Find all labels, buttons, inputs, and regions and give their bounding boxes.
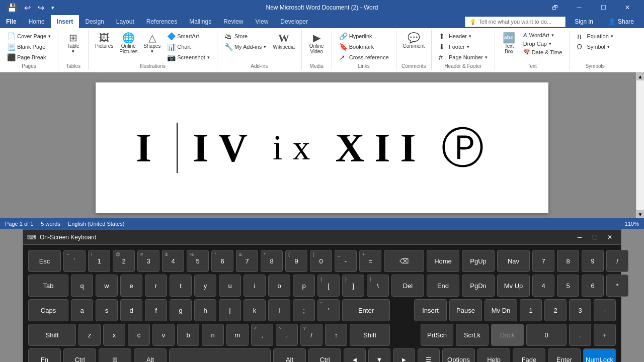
key-z[interactable]: z bbox=[78, 324, 101, 346]
key-help[interactable]: Help bbox=[477, 348, 510, 362]
key-slash[interactable]: ?/ bbox=[300, 324, 323, 346]
key-r[interactable]: r bbox=[145, 275, 167, 297]
scroll-down-btn[interactable]: ▼ bbox=[636, 210, 644, 218]
key-semicolon[interactable]: :; bbox=[293, 299, 315, 321]
key-f[interactable]: f bbox=[145, 299, 167, 321]
key-num9[interactable]: 9 bbox=[582, 250, 604, 272]
key-3[interactable]: #3 bbox=[137, 250, 159, 272]
date-time-btn[interactable]: 📅 Date & Time bbox=[520, 48, 566, 57]
key-num7[interactable]: 7 bbox=[532, 250, 554, 272]
maximize-btn[interactable]: ☐ bbox=[592, 0, 615, 15]
key-5[interactable]: %5 bbox=[187, 250, 209, 272]
key-num5[interactable]: 5 bbox=[557, 275, 579, 297]
tab-insert[interactable]: Insert bbox=[51, 15, 79, 28]
key-9[interactable]: (9 bbox=[285, 250, 307, 272]
online-pictures-btn[interactable]: 🌐 OnlinePictures bbox=[117, 31, 140, 56]
pictures-btn[interactable]: 🖼 Pictures bbox=[93, 31, 116, 50]
osk-maximize-btn[interactable]: ☐ bbox=[588, 232, 602, 243]
hyperlink-btn[interactable]: 🔗 Hyperlink bbox=[336, 31, 392, 41]
key-down[interactable]: ▼ bbox=[368, 348, 390, 362]
comment-btn[interactable]: 💬 Comment bbox=[400, 31, 427, 50]
key-v[interactable]: v bbox=[152, 324, 175, 346]
key-p[interactable]: p bbox=[293, 275, 315, 297]
key-num3[interactable]: 3 bbox=[569, 299, 591, 321]
key-0[interactable]: )0 bbox=[310, 250, 332, 272]
key-t[interactable]: t bbox=[170, 275, 192, 297]
shapes-btn[interactable]: △ Shapes ▾ bbox=[141, 31, 163, 55]
key-quote[interactable]: "' bbox=[317, 299, 340, 321]
key-dock[interactable]: Dock bbox=[491, 324, 524, 346]
key-ralt[interactable]: Alt bbox=[273, 348, 306, 362]
key-h[interactable]: h bbox=[194, 299, 216, 321]
smartart-btn[interactable]: 🔷 SmartArt bbox=[164, 31, 213, 41]
key-backslash[interactable]: |\ bbox=[367, 275, 389, 297]
key-6[interactable]: ^6 bbox=[211, 250, 233, 272]
key-2[interactable]: @2 bbox=[113, 250, 135, 272]
key-lalt[interactable]: Alt bbox=[134, 348, 167, 362]
key-pgdn[interactable]: PgDn bbox=[462, 275, 495, 297]
osk-minimize-btn[interactable]: ─ bbox=[573, 232, 587, 243]
redo-icon[interactable]: ↪ bbox=[36, 3, 46, 13]
key-8[interactable]: *8 bbox=[261, 250, 283, 272]
key-lshift[interactable]: Shift bbox=[28, 324, 76, 346]
key-num-minus[interactable]: - bbox=[594, 299, 616, 321]
key-e[interactable]: e bbox=[120, 275, 142, 297]
key-tilde[interactable]: ~` bbox=[63, 250, 86, 272]
key-num1[interactable]: 1 bbox=[520, 299, 542, 321]
key-num4[interactable]: 4 bbox=[532, 275, 554, 297]
osk-close-btn[interactable]: ✕ bbox=[603, 232, 617, 243]
key-fade[interactable]: Fade bbox=[513, 348, 545, 362]
tab-home[interactable]: Home bbox=[23, 15, 51, 28]
customize-icon[interactable]: ▾ bbox=[49, 5, 56, 11]
key-scrlk[interactable]: ScrLk bbox=[456, 324, 489, 346]
key-mvdn[interactable]: Mv Dn bbox=[485, 299, 517, 321]
key-b[interactable]: b bbox=[177, 324, 199, 346]
key-win[interactable]: ⊞ bbox=[99, 348, 131, 362]
tell-me-input[interactable]: 💡 Tell me what you want to do... bbox=[465, 17, 566, 27]
key-n[interactable]: n bbox=[202, 324, 224, 346]
key-j[interactable]: j bbox=[219, 299, 241, 321]
save-icon[interactable]: 💾 bbox=[5, 3, 19, 13]
key-m[interactable]: m bbox=[226, 324, 249, 346]
undo-icon[interactable]: ↩ bbox=[22, 3, 33, 13]
key-rshift[interactable]: Shift bbox=[350, 324, 390, 346]
key-q[interactable]: q bbox=[71, 275, 93, 297]
tab-file[interactable]: File bbox=[0, 15, 23, 28]
tab-layout[interactable]: Layout bbox=[110, 15, 140, 28]
key-tab[interactable]: Tab bbox=[28, 275, 68, 297]
key-equals[interactable]: += bbox=[359, 250, 381, 272]
key-lbracket[interactable]: {[ bbox=[317, 275, 340, 297]
tab-review[interactable]: Review bbox=[217, 15, 249, 28]
key-rctrl[interactable]: Ctrl bbox=[308, 348, 341, 362]
key-num-mul[interactable]: * bbox=[606, 275, 628, 297]
key-options[interactable]: Options bbox=[442, 348, 475, 362]
key-prtscn[interactable]: PrtScn bbox=[421, 324, 453, 346]
key-pgup[interactable]: PgUp bbox=[462, 250, 495, 272]
key-7[interactable]: &7 bbox=[236, 250, 258, 272]
key-fn[interactable]: Fn bbox=[28, 348, 61, 362]
footer-btn[interactable]: ⬇ Footer▾ bbox=[436, 42, 491, 52]
tab-developer[interactable]: Developer bbox=[274, 15, 314, 28]
chart-btn[interactable]: 📊 Chart bbox=[164, 42, 213, 52]
key-u[interactable]: u bbox=[219, 275, 241, 297]
key-pause[interactable]: Pause bbox=[449, 299, 482, 321]
cover-page-btn[interactable]: 📄 Cover Page▾ bbox=[4, 31, 54, 41]
store-btn[interactable]: 🛍 Store bbox=[221, 31, 269, 41]
key-4[interactable]: $4 bbox=[162, 250, 184, 272]
key-esc[interactable]: Esc bbox=[28, 250, 61, 272]
key-num0[interactable]: 0 bbox=[526, 324, 567, 346]
bookmark-btn[interactable]: 🔖 Bookmark bbox=[336, 42, 392, 52]
dropcap-btn[interactable]: Drop Cap▾ bbox=[520, 40, 566, 48]
restore-down-btn[interactable]: 🗗 bbox=[543, 0, 567, 15]
key-o[interactable]: o bbox=[268, 275, 290, 297]
key-insert[interactable]: Insert bbox=[414, 299, 447, 321]
online-video-btn[interactable]: ▶ OnlineVideo bbox=[306, 31, 327, 56]
key-y[interactable]: y bbox=[194, 275, 216, 297]
close-btn[interactable]: ✕ bbox=[616, 0, 639, 15]
equation-btn[interactable]: π Equation▾ bbox=[574, 31, 616, 41]
header-btn[interactable]: ⬆ Header▾ bbox=[436, 31, 491, 41]
tab-references[interactable]: References bbox=[140, 15, 183, 28]
wordart-btn[interactable]: A WordArt▾ bbox=[520, 31, 566, 39]
key-num2[interactable]: 2 bbox=[544, 299, 567, 321]
key-menu[interactable]: ☰ bbox=[418, 348, 440, 362]
